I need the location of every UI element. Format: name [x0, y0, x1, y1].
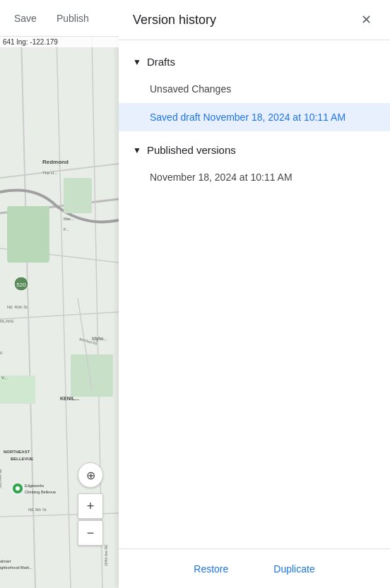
map-controls: ⊕ + − [78, 462, 103, 546]
map-toolbar: Save Publish [0, 0, 119, 37]
zoom-in-icon: + [87, 499, 95, 514]
published-section-title: Published versions [147, 144, 236, 156]
svg-text:Climbing Bellevue: Climbing Bellevue [25, 490, 56, 494]
panel-footer: Restore Duplicate [119, 548, 390, 588]
svg-text:almart: almart [0, 559, 11, 563]
version-history-panel: Version history ✕ ▼ Drafts Unsaved Chang… [119, 0, 390, 588]
coordinates-bar: 641 lng: -122.179 [0, 37, 119, 47]
svg-text:NE 40th St: NE 40th St [7, 305, 28, 309]
svg-text:KENIL...: KENIL... [60, 396, 79, 401]
zoom-out-icon: − [87, 526, 95, 541]
svg-text:V...: V... [1, 376, 8, 380]
svg-text:56th Ave NE: 56th Ave NE [0, 469, 2, 488]
svg-rect-9 [0, 376, 35, 404]
location-button[interactable]: ⊕ [78, 462, 103, 488]
drafts-section-header[interactable]: ▼ Drafts [119, 49, 390, 75]
drafts-arrow-icon: ▼ [133, 57, 141, 67]
map-panel: Save Publish 641 lng: -122.179 520 Redmo… [0, 0, 119, 588]
unsaved-changes-item[interactable]: Unsaved Changes [119, 75, 390, 103]
svg-text:164th Ave NE: 164th Ave NE [104, 544, 108, 566]
svg-point-29 [16, 486, 20, 491]
close-icon: ✕ [361, 12, 372, 28]
close-button[interactable]: ✕ [356, 10, 376, 30]
drafts-section-title: Drafts [147, 56, 175, 68]
svg-rect-10 [71, 354, 113, 397]
panel-header: Version history ✕ [119, 0, 390, 40]
published-section-header[interactable]: ▼ Published versions [119, 137, 390, 163]
duplicate-button[interactable]: Duplicate [265, 559, 323, 579]
published-arrow-icon: ▼ [133, 145, 141, 155]
svg-text:RLAKE: RLAKE [0, 319, 14, 323]
svg-text:ighborhood Mark...: ighborhood Mark... [0, 565, 32, 570]
svg-text:Edgeworks: Edgeworks [25, 484, 44, 488]
svg-text:F...: F... [64, 227, 69, 232]
svg-text:BELLEVUE: BELLEVUE [11, 457, 33, 461]
svg-rect-8 [64, 178, 92, 213]
svg-text:NE 8th St: NE 8th St [28, 508, 47, 512]
svg-text:NORTHEAST: NORTHEAST [4, 450, 30, 454]
zoom-out-button[interactable]: − [78, 520, 103, 546]
svg-text:Mar...: Mar... [64, 217, 74, 221]
panel-content: ▼ Drafts Unsaved Changes Saved draft Nov… [119, 40, 390, 548]
svg-rect-7 [7, 206, 49, 263]
publish-button[interactable]: Publish [48, 8, 98, 28]
published-version-item[interactable]: November 18, 2024 at 10:11 AM [119, 163, 390, 191]
location-icon: ⊕ [86, 469, 95, 482]
svg-text:The H...: The H... [42, 171, 58, 175]
save-button[interactable]: Save [6, 8, 45, 28]
svg-text:520: 520 [16, 282, 26, 288]
panel-title: Version history [133, 13, 216, 28]
saved-draft-item[interactable]: Saved draft November 18, 2024 at 10:11 A… [119, 103, 390, 131]
svg-text:Idylw...: Idylw... [92, 336, 107, 342]
zoom-in-button[interactable]: + [78, 493, 103, 519]
restore-button[interactable]: Restore [185, 559, 237, 579]
svg-text:Redmond: Redmond [42, 159, 69, 165]
